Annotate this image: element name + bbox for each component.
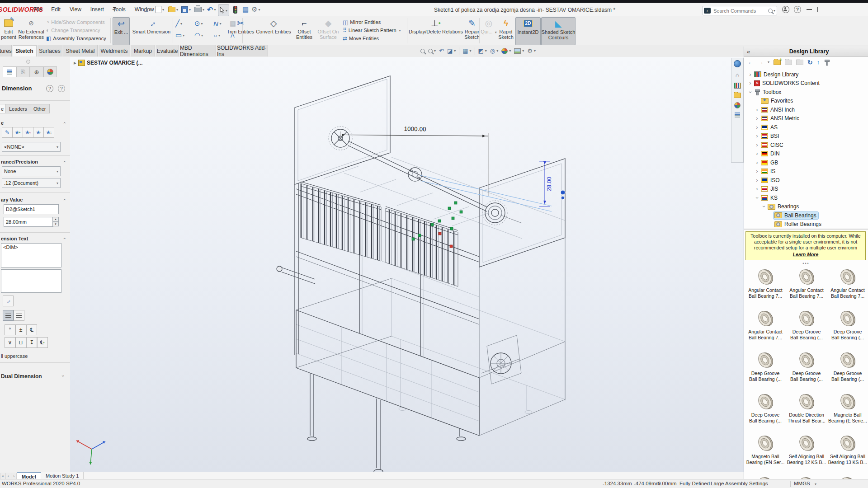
sketch-rectangle-tool[interactable]: ▭▾ xyxy=(175,31,184,40)
view-settings-button[interactable]: ⚙▾ xyxy=(527,47,536,54)
toolbox-config-icon[interactable] xyxy=(824,60,830,65)
expanded-chevron-icon[interactable]: › xyxy=(762,204,766,210)
dimension-28-label[interactable]: 28.00 xyxy=(546,177,552,191)
exit-sketch-button[interactable]: ↩ Exit ... xyxy=(113,17,130,45)
tab-weldments[interactable]: Weldments xyxy=(99,45,130,56)
tab-configurations[interactable]: ⎘ xyxy=(16,66,30,77)
convert-entities-button[interactable]: ◇ Convert Entities xyxy=(256,17,291,44)
tree-item-is[interactable]: ›IS xyxy=(745,167,867,176)
appearances-scenes-icon[interactable] xyxy=(734,102,741,108)
rebuild-button[interactable] xyxy=(233,5,237,14)
tab-tures[interactable]: tures xyxy=(0,45,12,56)
tab-scroll-right-icon[interactable]: › xyxy=(11,473,17,479)
save-button[interactable]: ▾ xyxy=(181,5,191,14)
file-properties-button[interactable]: ▤ xyxy=(242,5,249,14)
help-button[interactable]: ? xyxy=(794,5,801,14)
tab-mbd-dimensions[interactable]: MBD Dimensions xyxy=(180,45,216,56)
custom-properties-icon[interactable] xyxy=(735,113,740,117)
collapsed-chevron-icon[interactable]: › xyxy=(754,151,760,156)
search-input[interactable] xyxy=(712,8,768,14)
back-icon[interactable]: ← xyxy=(748,59,754,66)
style-add-button[interactable]: ★+ xyxy=(12,127,23,138)
3dexperience-icon[interactable] xyxy=(734,60,741,67)
tree-item-bearings[interactable]: ›Bearings xyxy=(745,202,867,211)
collapse-panel-icon[interactable]: « xyxy=(747,48,750,55)
library-item[interactable]: Angular ContactBall Bearing 7... xyxy=(827,267,868,307)
library-item[interactable]: Deep GrooveBall Bearing (... xyxy=(786,350,827,390)
library-item[interactable]: Deep GrooveBall Bearing (... xyxy=(827,350,868,390)
tab-other[interactable]: Other xyxy=(30,104,50,113)
dimension-leader-button[interactable]: ↔ xyxy=(3,296,14,306)
tree-item-iso[interactable]: ›ISO xyxy=(745,176,867,185)
collapsed-chevron-icon[interactable]: › xyxy=(754,187,760,191)
library-item[interactable]: Self Aligning BallBearing 13 KS B... xyxy=(827,433,868,474)
library-item[interactable]: Angular ContactBall Bearing 7... xyxy=(745,267,786,307)
smart-dimension-button[interactable]: ↔ Smart Dimension xyxy=(131,17,172,44)
sketch-arc-tool[interactable]: ◠▾ xyxy=(194,31,203,40)
zoom-to-area-button[interactable]: ▾ xyxy=(428,49,436,53)
collapse-chevron-icon[interactable]: › xyxy=(61,161,67,163)
collapse-chevron-icon[interactable]: › xyxy=(61,199,67,201)
collapsed-chevron-icon[interactable]: › xyxy=(747,72,753,77)
learn-more-link[interactable]: Learn More xyxy=(746,252,865,258)
tab-leaders[interactable]: Leaders xyxy=(5,104,31,113)
search-commands-box[interactable]: › ▾ xyxy=(703,6,777,15)
maximize-button[interactable] xyxy=(817,5,823,14)
drag-handle-dot[interactable] xyxy=(561,190,565,195)
library-item[interactable]: Magneto BallBearing (EN Ser... xyxy=(745,433,786,474)
menu-view[interactable]: View xyxy=(66,5,85,14)
help-icon[interactable]: ? xyxy=(58,85,65,92)
library-item[interactable]: Angular ContactBall Bearing 7... xyxy=(745,308,786,349)
justify-right-button[interactable] xyxy=(14,310,24,321)
select-tool-button[interactable]: ▾ xyxy=(218,5,229,16)
tree-item-ball-bearings[interactable]: ›Ball Bearings xyxy=(745,211,867,220)
library-item[interactable]: Self Aligning BallBearing 12 KS B... xyxy=(786,433,827,474)
refresh-icon[interactable]: ↻ xyxy=(807,59,813,66)
display-style-button[interactable]: ◩▾ xyxy=(478,47,487,54)
tree-item-as[interactable]: ›AS xyxy=(745,123,867,132)
dimension-text-area[interactable]: <DIM> xyxy=(1,243,61,267)
no-external-references-button[interactable]: ⊘ No ExternalReferences xyxy=(18,17,44,44)
model-tab-motion-study-1[interactable]: Motion Study 1 xyxy=(41,472,84,479)
style-save-button[interactable]: ★▫ xyxy=(33,127,44,138)
account-button[interactable] xyxy=(782,5,789,14)
plus-minus-symbol-button[interactable]: ± xyxy=(15,324,26,335)
view-orientation-button[interactable]: ▦▾ xyxy=(462,47,471,54)
tree-item-din[interactable]: ›DIN xyxy=(745,150,867,159)
library-item[interactable]: Angular ContactBall Bearing 7... xyxy=(786,267,827,307)
display-delete-relations-button[interactable]: ⊥● Display/Delete Relations xyxy=(409,17,462,44)
tree-item-toolbox[interactable]: ›Toolbox xyxy=(745,88,867,97)
rapid-sketch-button[interactable]: ϟ RapidSketch xyxy=(497,17,514,44)
assembly-transparency-button[interactable]: ◧Assembly Transparency xyxy=(46,35,106,42)
collapsed-chevron-icon[interactable]: › xyxy=(754,125,760,130)
tree-item-bsi[interactable]: ›BSI xyxy=(745,132,867,141)
spin-up-icon[interactable]: ▲ xyxy=(52,217,59,222)
sketch-line-tool[interactable]: ╱▾ xyxy=(175,19,182,28)
menu-edit[interactable]: Edit xyxy=(47,5,64,14)
zoom-to-fit-button[interactable] xyxy=(420,49,425,53)
mirror-entities-button[interactable]: ◫Mirror Entities xyxy=(343,19,381,26)
options-button[interactable]: ⚙▾ xyxy=(251,5,260,14)
menu-file[interactable]: File xyxy=(30,5,46,14)
style-dropdown[interactable]: <NONE>▾ xyxy=(2,142,61,152)
tree-item-roller-bearings[interactable]: ›Roller Bearings xyxy=(745,220,867,229)
surface-finish-button[interactable]: ∨ xyxy=(5,337,15,348)
sketch-spline-tool[interactable]: N▾ xyxy=(213,19,221,28)
apply-scene-button[interactable]: ▾ xyxy=(514,48,524,54)
tree-item-gb[interactable]: ›GB xyxy=(745,158,867,167)
sketch-ellipse-tool[interactable]: ○▾ xyxy=(213,31,220,40)
justify-center-button[interactable] xyxy=(3,310,14,321)
collapsed-chevron-icon[interactable]: › xyxy=(754,134,760,138)
undo-button[interactable]: ↶▾ xyxy=(207,5,216,14)
previous-view-button[interactable]: ↶ xyxy=(439,47,444,54)
shaded-sketch-contours-button[interactable]: ◣ Shaded SketchContours xyxy=(541,17,576,45)
design-library-tab-icon[interactable] xyxy=(734,83,741,89)
minimize-button[interactable] xyxy=(807,5,812,14)
dimension-28[interactable]: 28.00 xyxy=(539,162,552,206)
graphics-viewport[interactable]: ▸ SESTAV OMARICE (... xyxy=(70,57,744,472)
tree-item-ks[interactable]: ›KS xyxy=(745,193,867,202)
dimension-name-field[interactable]: D2@Sketch1 xyxy=(4,204,59,214)
depth-symbol-button[interactable]: ↧ xyxy=(26,337,37,348)
precision-dropdown[interactable]: .12 (Document)▾ xyxy=(2,178,61,188)
centerline-symbol-button[interactable]: ℄ xyxy=(26,324,37,335)
